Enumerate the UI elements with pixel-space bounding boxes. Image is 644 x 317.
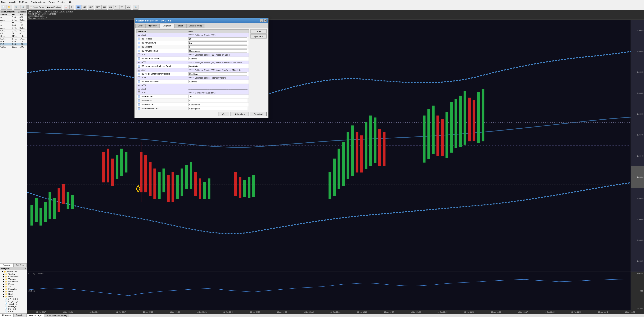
nav-item[interactable]: 📄Project_Fo [0, 303, 27, 305]
nav-item[interactable]: ▼ 📁Indikatoren [0, 271, 27, 273]
market-row[interactable]: EUR...1.06...1.06... [0, 43, 27, 46]
market-row[interactable]: CH...113...113... [0, 35, 27, 37]
menu-hilfe[interactable]: Hilfe [67, 1, 72, 3]
nav-item[interactable]: ▶ 📁Neu3 [0, 295, 27, 298]
param-input-field[interactable] [188, 103, 248, 106]
menu-extras[interactable]: Extras [48, 1, 55, 3]
nav-item[interactable]: ▶ 📁Oszillatoren [0, 276, 27, 278]
nav-item[interactable]: 📄The-FOX [0, 308, 27, 310]
dialog-tab-visualisierung[interactable]: Visualisierung [186, 24, 204, 27]
tab-symbole[interactable]: Symbole [0, 263, 14, 267]
osc-chart[interactable]: RCT(14) 110.0806 Mittellinie [27, 272, 630, 310]
tf-h4[interactable]: H4 [108, 5, 113, 9]
new-order-btn[interactable]: 📋 Neue Order [28, 5, 45, 9]
tf-d1[interactable]: D1 [114, 5, 119, 9]
nav-item[interactable]: 📄MY_FOX_1 [0, 298, 27, 300]
nav-item[interactable]: ▶ 📁Neu1 [0, 290, 27, 293]
param-value[interactable] [187, 64, 249, 68]
menu-chartfunktionen[interactable]: Chartfunktionen [30, 1, 46, 3]
nav-item[interactable]: ▶ 📁Bill William [0, 280, 27, 283]
param-value[interactable] [187, 57, 249, 61]
tf-m1[interactable]: M1 [76, 5, 81, 9]
nav-tab-favoriten[interactable]: Favoriten [14, 313, 27, 317]
param-value[interactable] [187, 41, 249, 45]
chart-tab-2[interactable]: EURUSD.m,M1 (visual) [45, 314, 69, 317]
param-input-field[interactable] [188, 41, 248, 44]
param-input-field[interactable] [188, 95, 248, 98]
dialog-tab-allgemein[interactable]: Allgemein [145, 24, 160, 27]
tf-m15[interactable]: M15 [88, 5, 94, 9]
market-row[interactable]: GBP...139...139... [0, 46, 27, 48]
nav-item[interactable]: ▶ 📁Neu2 [0, 293, 27, 295]
nav-item[interactable]: 📄The-FOX-1 [0, 310, 27, 313]
indicator-btn[interactable]: 📈 [64, 5, 69, 9]
market-row[interactable]: EUR...1.41...1.41... [0, 37, 27, 40]
param-value[interactable] [187, 80, 249, 84]
param-value[interactable] [187, 103, 249, 107]
menu-fenster[interactable]: Fenster [57, 1, 65, 3]
speichern-btn[interactable]: Speichern [250, 34, 266, 38]
laden-btn[interactable]: Laden [250, 29, 266, 33]
param-value[interactable] [187, 95, 249, 99]
search-btn[interactable]: 🔍 [133, 5, 138, 9]
param-value[interactable] [187, 99, 249, 103]
nav-item[interactable]: 📄MY_FOX_1 [0, 300, 27, 303]
open-btn[interactable]: 📁 [6, 5, 12, 9]
menu-einfuegen[interactable]: Einfügen [19, 1, 28, 3]
zoom-in-btn[interactable]: 🔍+ [14, 5, 20, 9]
menu-ansicht[interactable]: Ansicht [9, 1, 16, 3]
menu-datei[interactable]: Datei [1, 1, 6, 3]
new-chart-btn[interactable]: 📄 [1, 5, 6, 9]
param-input-field[interactable] [188, 72, 248, 75]
nav-item[interactable]: ▶ 📁Volumen [0, 278, 27, 280]
param-value[interactable] [187, 107, 249, 110]
nav-item[interactable]: ▶ 📁Alt [0, 285, 27, 288]
param-value[interactable] [187, 72, 249, 76]
nav-tab-allgemein[interactable]: Allgemein [0, 313, 14, 317]
nav-item[interactable]: 📄Project_Fo [0, 305, 27, 308]
navigator-close[interactable]: ✕ [24, 268, 26, 270]
param-input-field[interactable] [188, 49, 248, 52]
market-row[interactable]: AU...0.74...0.75... [0, 27, 27, 29]
dialog-tab-uber[interactable]: Über [136, 24, 145, 27]
param-input-field[interactable] [188, 37, 248, 40]
market-row[interactable]: CA...0.76...0.77... [0, 29, 27, 32]
nav-item[interactable]: ▶ 📁Tendenz [0, 273, 27, 276]
market-row[interactable]: AU...85...85... [0, 21, 27, 24]
market-row[interactable]: CA...87...87... [0, 32, 27, 35]
chart-tab-1[interactable]: EURUSD.m,M1 [27, 314, 45, 317]
tf-h1[interactable]: H1 [102, 5, 108, 9]
tf-m5[interactable]: M5 [82, 5, 87, 9]
zoom-out-btn[interactable]: 🔍- [20, 5, 27, 9]
param-input-field[interactable] [188, 57, 248, 60]
main-chart-canvas[interactable] [27, 20, 630, 272]
ok-btn[interactable]: OK [218, 112, 229, 116]
dialog-tab-eingaben[interactable]: Eingaben [160, 24, 174, 27]
market-row[interactable]: EUR...1.39...1.39... [0, 40, 27, 43]
market-row[interactable]: AU...0.98...0.98... [0, 16, 27, 19]
param-input-field[interactable] [188, 107, 248, 110]
market-row[interactable]: AU...1.05...1.05... [0, 24, 27, 27]
tf-w1[interactable]: W1 [119, 5, 125, 9]
autotrading-btn[interactable]: ▶ AutoTrading [46, 5, 62, 9]
dialog-help-btn[interactable]: ? [260, 19, 263, 22]
standard-btn[interactable]: Standard [250, 112, 266, 116]
abbrechen-btn[interactable]: Abbrechen [230, 112, 249, 116]
crosshair-btn[interactable]: ✛ [70, 5, 74, 9]
custom-indicator-dialog[interactable]: Custom Indicator - MY_FOX_1_0_1 ? ✕ Über… [134, 18, 268, 118]
param-value[interactable] [187, 45, 249, 49]
tf-m30[interactable]: M30 [95, 5, 102, 9]
param-input-field[interactable] [188, 65, 248, 68]
nav-item[interactable]: ▶ 📁Market [0, 283, 27, 285]
param-input-field[interactable] [188, 99, 248, 102]
market-row[interactable]: AU...0.75...0.75... [0, 19, 27, 21]
param-value[interactable] [187, 49, 249, 53]
dialog-tab-farben[interactable]: Farben [174, 24, 186, 27]
nav-item[interactable]: ▶ 📁Examples [0, 288, 27, 290]
param-input-field[interactable] [188, 45, 248, 48]
dialog-close-btn[interactable]: ✕ [264, 19, 266, 22]
param-value[interactable] [187, 37, 249, 41]
tab-tick-chart[interactable]: Tick Chart [14, 263, 27, 267]
tf-mn[interactable]: MN [126, 5, 131, 9]
params-table-scroll[interactable]: Variable Wert ab A031 ******* Bollinger … [136, 29, 249, 110]
